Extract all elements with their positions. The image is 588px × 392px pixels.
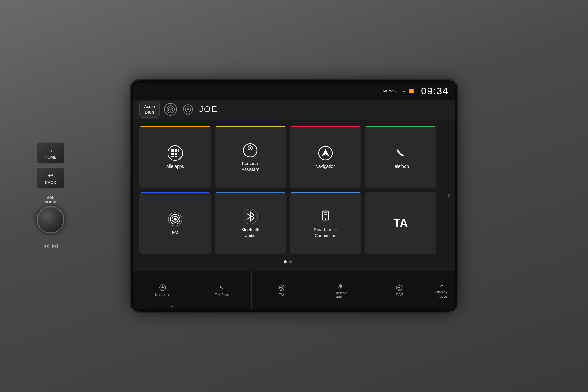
phone-icon [393, 145, 409, 161]
telefoon-label: Telefoon [393, 164, 409, 169]
navigation-icon [318, 145, 334, 161]
display-mode-option[interactable]: ☀ Display-modus [435, 282, 449, 299]
shortcut-dab[interactable]: DAB [370, 271, 429, 309]
skip-forward-button[interactable]: ⏭ [52, 242, 58, 250]
skip-back-button[interactable]: ⏮ [43, 242, 49, 250]
svg-rect-10 [178, 149, 179, 152]
alle-apps-tile[interactable]: Alle apps [139, 126, 211, 188]
tp-label: TP [400, 89, 405, 93]
left-controls: ⌂ HOME ↩ BACK VOLAUDIO ⏮ ⏭ [37, 142, 64, 250]
shortcut-navigatie[interactable]: Navigatie [133, 271, 192, 309]
alle-apps-label: Alle apps [166, 164, 184, 169]
assistant-icon [242, 142, 258, 158]
bt-audio-shortcut-label: Bluetoothaudio [333, 291, 347, 299]
dashboard-background: ⌂ HOME ↩ BACK VOLAUDIO ⏮ ⏭ NEWS TP 📶 09:… [0, 0, 588, 392]
back-label: BACK [45, 180, 56, 185]
brightness-icon: ☀ [439, 282, 444, 289]
svg-rect-9 [175, 149, 177, 152]
status-bar: NEWS TP 📶 09:34 [133, 83, 455, 100]
bluetooth-audio-label: Bluetoothaudio [241, 227, 259, 238]
svg-point-2 [170, 109, 171, 110]
fm-tile[interactable]: FM [139, 192, 211, 254]
svg-line-27 [250, 218, 254, 221]
clock-display: 09:34 [421, 85, 449, 97]
telefoon-shortcut-label: Telefoon [215, 293, 229, 297]
navigation-label: Navigation [315, 164, 336, 169]
bottom-bar: Navigatie Telefoon [133, 271, 455, 309]
bluetooth-audio-tile[interactable]: Bluetoothaudio [215, 192, 286, 254]
pagination-dot-1[interactable] [284, 260, 287, 263]
dab-label: DAB [168, 305, 174, 308]
apps-grid-area: Alle apps PersonalAssistant [133, 119, 443, 271]
dab-signal-icon: DAB [182, 103, 194, 116]
shortcut-telefoon[interactable]: Telefoon [192, 271, 251, 309]
signal-icon: 📶 [409, 89, 414, 93]
svg-line-25 [250, 212, 254, 215]
home-icon: ⌂ [49, 147, 52, 154]
back-icon: ↩ [48, 172, 53, 179]
smartphone-connection-tile[interactable]: SmartphoneConnection [290, 192, 361, 254]
content-area: Alle apps PersonalAssistant [133, 119, 455, 271]
svg-point-17 [250, 147, 251, 149]
station-name: JOE [199, 104, 217, 114]
svg-line-43 [340, 287, 342, 288]
vol-label: VOLAUDIO [45, 196, 57, 204]
fm-radio-icon [167, 211, 183, 227]
home-button[interactable]: ⌂ HOME [37, 142, 64, 164]
fm-shortcut-icon [277, 284, 285, 291]
dab-shortcut-icon [396, 284, 403, 291]
svg-text:DAB: DAB [186, 112, 190, 115]
personal-assistant-label: PersonalAssistant [242, 161, 259, 172]
volume-knob[interactable] [37, 206, 64, 234]
fm-label: FM [172, 230, 178, 235]
svg-point-5 [187, 108, 189, 110]
svg-line-41 [340, 284, 342, 285]
svg-rect-14 [175, 156, 177, 157]
shortcut-fm[interactable]: FM [252, 271, 311, 309]
audio-source-label: Audio Bron [144, 104, 155, 115]
bottom-shortcuts: Navigatie Telefoon [133, 271, 429, 309]
svg-point-45 [398, 287, 400, 288]
apps-grid: Alle apps PersonalAssistant [139, 126, 436, 254]
smartphone-connection-label: SmartphoneConnection [314, 227, 337, 238]
svg-rect-11 [172, 153, 174, 155]
navigation-tile[interactable]: Navigation [290, 126, 361, 188]
pagination-dots [139, 259, 436, 265]
skip-controls: ⏮ ⏭ [43, 242, 58, 250]
svg-point-20 [174, 218, 177, 221]
personal-assistant-tile[interactable]: PersonalAssistant [215, 126, 286, 188]
svg-rect-8 [172, 149, 174, 152]
telefoon-tile[interactable]: Telefoon [365, 126, 437, 188]
volume-control: VOLAUDIO [37, 196, 64, 234]
infotainment-screen: NEWS TP 📶 09:34 Audio Bron DAB [133, 83, 455, 309]
bt-shortcut-icon [337, 282, 344, 290]
dab-icon: DAB [164, 103, 177, 116]
nav-shortcut-icon [159, 284, 166, 291]
pagination-dot-2[interactable] [289, 260, 292, 263]
now-playing-bar: Audio Bron DAB DAB [133, 100, 455, 119]
ta-text: TA [393, 217, 408, 230]
home-label: HOME [45, 155, 57, 160]
grid-icon [167, 145, 183, 161]
ta-tile[interactable]: TA [365, 192, 437, 254]
svg-marker-36 [161, 285, 164, 289]
svg-rect-12 [175, 153, 177, 155]
svg-point-32 [325, 218, 326, 220]
smartphone-icon [318, 209, 334, 224]
display-mode-label: Display-modus [435, 290, 449, 299]
svg-marker-19 [322, 149, 329, 156]
dab-shortcut-label: DAB [396, 293, 403, 297]
bluetooth-icon [242, 209, 258, 224]
fm-shortcut-label: FM [278, 293, 284, 297]
phone-shortcut-icon [218, 284, 225, 291]
svg-point-37 [280, 287, 282, 288]
next-page-arrow[interactable]: › [443, 119, 455, 271]
shortcut-bluetooth-audio[interactable]: Bluetoothaudio [311, 271, 370, 309]
news-label: NEWS [383, 89, 396, 93]
back-button[interactable]: ↩ BACK [37, 168, 64, 189]
navigatie-label: Navigatie [155, 293, 170, 297]
audio-source-button[interactable]: Audio Bron [139, 101, 160, 118]
svg-rect-13 [172, 156, 174, 157]
bottom-right-options: ☀ Display-modus [429, 271, 455, 309]
